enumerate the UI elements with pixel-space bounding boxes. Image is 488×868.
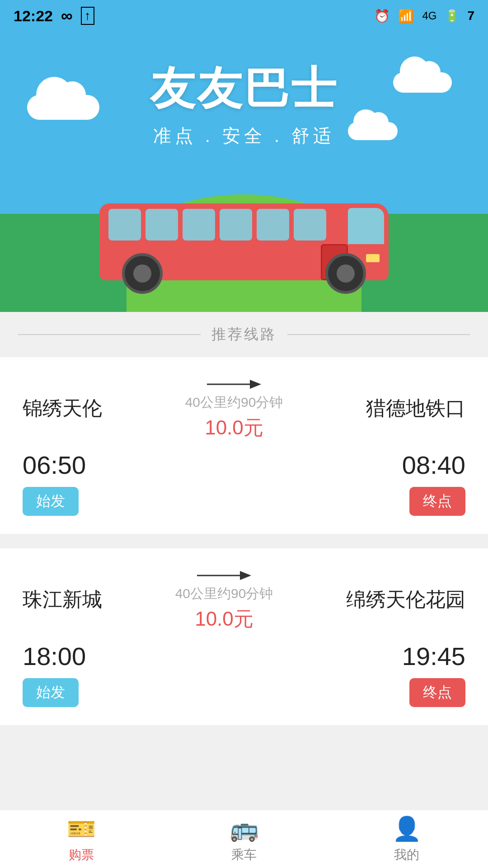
badge-start-1: 始发 [23, 487, 79, 516]
badge-start-2: 始发 [23, 678, 79, 707]
status-bar: 12:22 ∞ ↑ ⏰ 📶 4G 🔋 7 [0, 0, 488, 32]
bus-window-6 [294, 209, 326, 241]
nav-item-ride[interactable]: 🚌 乘车 [230, 815, 259, 863]
svg-marker-3 [240, 571, 251, 580]
infinity-icon: ∞ [61, 6, 73, 25]
route-badges-2: 始发 终点 [23, 678, 465, 707]
svg-marker-1 [250, 380, 261, 389]
nav-label-buy-ticket: 购票 [69, 846, 94, 863]
route-price-1: 10.0元 [205, 415, 263, 441]
bus-windows [108, 209, 326, 241]
bus-icon: 🚌 [230, 815, 259, 843]
route-arrow-1 [207, 375, 261, 393]
route-from-station-2: 珠江新城 [23, 586, 102, 613]
bus-window-4 [220, 209, 252, 241]
route-header-2: 珠江新城 40公里约90分钟 10.0元 绵绣天伦花园 [23, 566, 465, 632]
bus-window-1 [108, 209, 141, 241]
upload-icon: ↑ [81, 7, 94, 25]
hero-title: 友友巴士 准点 . 安全 . 舒适 [150, 59, 338, 148]
nav-item-buy-ticket[interactable]: 🎫 购票 [67, 815, 96, 863]
bus-illustration [86, 190, 402, 298]
recommended-title-row: 推荐线路 [0, 325, 488, 344]
signal-icon: 4G [422, 9, 436, 22]
title-line-left [18, 334, 201, 335]
bus-front-light [366, 254, 380, 262]
status-time: 12:22 [14, 7, 53, 25]
cloud-right-middle [348, 122, 398, 140]
nav-label-mine: 我的 [394, 846, 419, 863]
route-from-station-1: 锦绣天伦 [23, 395, 102, 422]
bus-window-2 [145, 209, 178, 241]
route-to-time-1: 08:40 [402, 450, 465, 480]
route-from-time-2: 18:00 [23, 642, 86, 671]
route-from-time-1: 06:50 [23, 450, 86, 480]
route-arrow-2 [197, 566, 251, 585]
nav-label-ride: 乘车 [231, 846, 257, 863]
route-to-station-1: 猎德地铁口 [366, 395, 465, 422]
wifi-icon: 📶 [398, 9, 414, 24]
recommended-section: 推荐线路 [0, 312, 488, 357]
route-separator [0, 541, 488, 548]
cloud-left [27, 95, 99, 120]
battery-icon: 🔋 [445, 9, 459, 23]
bus-window-3 [183, 209, 215, 241]
route-to-station-2: 绵绣天伦花园 [346, 586, 465, 613]
hero-banner: 友友巴士 准点 . 安全 . 舒适 [0, 32, 488, 312]
ticket-icon: 🎫 [67, 815, 96, 843]
alarm-icon: ⏰ [374, 9, 390, 24]
nav-item-mine[interactable]: 👤 我的 [392, 815, 422, 863]
route-price-2: 10.0元 [195, 606, 253, 632]
route-center-col-2: 40公里约90分钟 10.0元 [175, 566, 273, 632]
route-center-col-1: 40公里约90分钟 10.0元 [185, 375, 283, 441]
route-card-1[interactable]: 锦绣天伦 40公里约90分钟 10.0元 猎德地铁口 06:50 08:40 始… [0, 357, 488, 534]
bus-windshield [348, 208, 384, 244]
bottom-nav: 🎫 购票 🚌 乘车 👤 我的 [0, 809, 488, 868]
bus-wheel-right [325, 253, 366, 294]
route-list: 锦绣天伦 40公里约90分钟 10.0元 猎德地铁口 06:50 08:40 始… [0, 357, 488, 725]
cloud-right-top [393, 72, 452, 93]
route-to-time-2: 19:45 [402, 642, 465, 671]
route-header-1: 锦绣天伦 40公里约90分钟 10.0元 猎德地铁口 [23, 375, 465, 441]
route-badges-1: 始发 终点 [23, 487, 465, 516]
route-meta-2: 40公里约90分钟 [175, 585, 273, 603]
route-times-1: 06:50 08:40 [23, 450, 465, 480]
hero-title-sub: 准点 . 安全 . 舒适 [150, 123, 338, 148]
battery-level: 7 [467, 9, 474, 23]
person-icon: 👤 [392, 815, 422, 843]
badge-end-1: 终点 [409, 487, 465, 516]
bottom-spacer [0, 732, 488, 796]
status-left: 12:22 ∞ ↑ [14, 6, 94, 25]
recommended-label: 推荐线路 [211, 325, 277, 344]
route-card-2[interactable]: 珠江新城 40公里约90分钟 10.0元 绵绣天伦花园 18:00 19:45 … [0, 548, 488, 725]
bus-wheel-left [122, 253, 163, 294]
title-line-right [287, 334, 470, 335]
route-times-2: 18:00 19:45 [23, 642, 465, 671]
status-right: ⏰ 📶 4G 🔋 7 [374, 9, 474, 24]
hero-title-main: 友友巴士 [150, 59, 338, 120]
bus-window-5 [257, 209, 289, 241]
route-meta-1: 40公里约90分钟 [185, 393, 283, 412]
badge-end-2: 终点 [409, 678, 465, 707]
